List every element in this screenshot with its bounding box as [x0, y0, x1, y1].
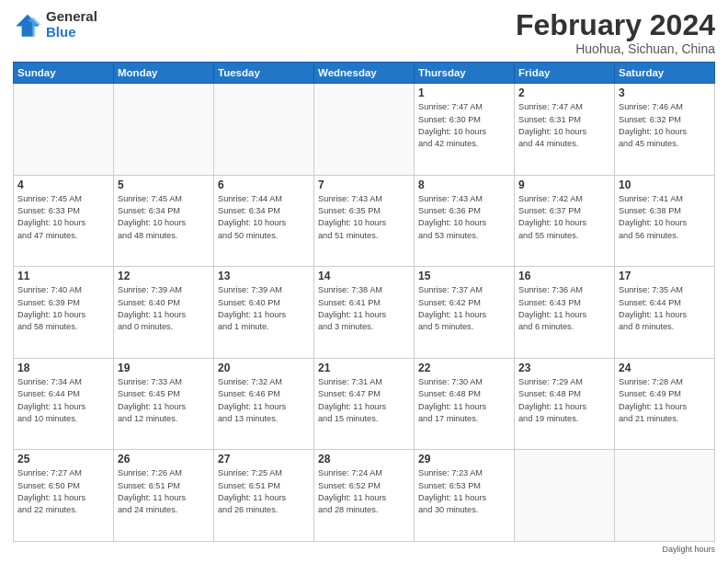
day-number: 21	[318, 362, 410, 374]
day-number: 22	[418, 362, 510, 374]
day-info: Sunrise: 7:41 AM Sunset: 6:38 PM Dayligh…	[619, 193, 711, 242]
day-number: 13	[218, 270, 310, 282]
day-number: 29	[418, 453, 510, 465]
logo-general: General	[46, 9, 97, 25]
logo-text: General Blue	[46, 9, 97, 40]
day-info: Sunrise: 7:32 AM Sunset: 6:46 PM Dayligh…	[218, 376, 310, 425]
day-number: 24	[619, 362, 711, 374]
day-info: Sunrise: 7:37 AM Sunset: 6:42 PM Dayligh…	[418, 284, 510, 333]
day-info: Sunrise: 7:33 AM Sunset: 6:45 PM Dayligh…	[118, 376, 210, 425]
col-saturday: Saturday	[615, 63, 715, 84]
week-row-4: 18Sunrise: 7:34 AM Sunset: 6:44 PM Dayli…	[14, 358, 715, 450]
day-number: 2	[518, 86, 610, 99]
day-info: Sunrise: 7:46 AM Sunset: 6:32 PM Dayligh…	[619, 101, 711, 150]
day-info: Sunrise: 7:44 AM Sunset: 6:34 PM Dayligh…	[218, 193, 310, 242]
col-thursday: Thursday	[415, 63, 515, 84]
calendar-cell: 21Sunrise: 7:31 AM Sunset: 6:47 PM Dayli…	[314, 358, 415, 450]
week-row-5: 25Sunrise: 7:27 AM Sunset: 6:50 PM Dayli…	[14, 450, 715, 542]
day-info: Sunrise: 7:35 AM Sunset: 6:44 PM Dayligh…	[619, 284, 711, 333]
day-info: Sunrise: 7:24 AM Sunset: 6:52 PM Dayligh…	[318, 467, 410, 516]
logo-blue: Blue	[46, 25, 97, 40]
day-info: Sunrise: 7:34 AM Sunset: 6:44 PM Dayligh…	[17, 376, 109, 425]
calendar-cell: 1Sunrise: 7:47 AM Sunset: 6:30 PM Daylig…	[415, 84, 515, 176]
day-number: 19	[118, 362, 210, 374]
week-row-3: 11Sunrise: 7:40 AM Sunset: 6:39 PM Dayli…	[14, 267, 715, 359]
calendar-cell: 9Sunrise: 7:42 AM Sunset: 6:37 PM Daylig…	[515, 175, 615, 267]
month-title: February 2024	[516, 9, 715, 41]
day-info: Sunrise: 7:31 AM Sunset: 6:47 PM Dayligh…	[318, 376, 410, 425]
day-number: 20	[218, 362, 310, 374]
calendar-cell	[314, 84, 415, 176]
calendar-table: Sunday Monday Tuesday Wednesday Thursday…	[13, 62, 715, 542]
calendar-header-row: Sunday Monday Tuesday Wednesday Thursday…	[14, 63, 715, 84]
calendar-cell: 29Sunrise: 7:23 AM Sunset: 6:53 PM Dayli…	[415, 450, 515, 542]
svg-marker-0	[16, 14, 40, 36]
day-number: 4	[17, 178, 109, 191]
calendar-cell: 8Sunrise: 7:43 AM Sunset: 6:36 PM Daylig…	[415, 175, 515, 267]
calendar-cell: 3Sunrise: 7:46 AM Sunset: 6:32 PM Daylig…	[615, 84, 715, 176]
page: General Blue February 2024 Huohua, Sichu…	[0, 0, 728, 563]
day-number: 23	[518, 362, 610, 374]
calendar-cell	[214, 84, 314, 176]
day-info: Sunrise: 7:45 AM Sunset: 6:34 PM Dayligh…	[118, 193, 210, 242]
calendar-cell: 23Sunrise: 7:29 AM Sunset: 6:48 PM Dayli…	[515, 358, 615, 450]
logo: General Blue	[13, 9, 97, 40]
day-info: Sunrise: 7:39 AM Sunset: 6:40 PM Dayligh…	[118, 284, 210, 333]
day-info: Sunrise: 7:26 AM Sunset: 6:51 PM Dayligh…	[118, 467, 210, 516]
day-number: 8	[418, 178, 510, 191]
day-info: Sunrise: 7:28 AM Sunset: 6:49 PM Dayligh…	[619, 376, 711, 425]
calendar-cell: 22Sunrise: 7:30 AM Sunset: 6:48 PM Dayli…	[415, 358, 515, 450]
calendar-cell	[14, 84, 114, 176]
day-number: 1	[418, 86, 510, 99]
calendar-cell: 19Sunrise: 7:33 AM Sunset: 6:45 PM Dayli…	[114, 358, 214, 450]
day-number: 25	[17, 453, 109, 465]
calendar-cell: 11Sunrise: 7:40 AM Sunset: 6:39 PM Dayli…	[14, 267, 114, 359]
title-block: February 2024 Huohua, Sichuan, China	[516, 9, 715, 56]
day-info: Sunrise: 7:43 AM Sunset: 6:35 PM Dayligh…	[318, 193, 410, 242]
logo-icon	[13, 10, 42, 40]
location: Huohua, Sichuan, China	[516, 41, 715, 56]
day-number: 3	[619, 86, 711, 99]
calendar-cell: 26Sunrise: 7:26 AM Sunset: 6:51 PM Dayli…	[114, 450, 214, 542]
header: General Blue February 2024 Huohua, Sichu…	[13, 9, 715, 56]
calendar-cell	[615, 450, 715, 542]
day-number: 16	[518, 270, 610, 282]
day-info: Sunrise: 7:38 AM Sunset: 6:41 PM Dayligh…	[318, 284, 410, 333]
calendar-cell: 5Sunrise: 7:45 AM Sunset: 6:34 PM Daylig…	[114, 175, 214, 267]
calendar-cell: 13Sunrise: 7:39 AM Sunset: 6:40 PM Dayli…	[214, 267, 314, 359]
week-row-2: 4Sunrise: 7:45 AM Sunset: 6:33 PM Daylig…	[14, 175, 715, 267]
calendar-cell: 27Sunrise: 7:25 AM Sunset: 6:51 PM Dayli…	[214, 450, 314, 542]
day-info: Sunrise: 7:23 AM Sunset: 6:53 PM Dayligh…	[418, 467, 510, 516]
calendar-cell: 14Sunrise: 7:38 AM Sunset: 6:41 PM Dayli…	[314, 267, 415, 359]
day-number: 11	[17, 270, 109, 282]
day-info: Sunrise: 7:29 AM Sunset: 6:48 PM Dayligh…	[518, 376, 610, 425]
day-number: 26	[118, 453, 210, 465]
footer-daylight-label: Daylight hours	[662, 545, 715, 554]
day-info: Sunrise: 7:47 AM Sunset: 6:31 PM Dayligh…	[518, 101, 610, 150]
day-number: 5	[118, 178, 210, 191]
day-number: 9	[518, 178, 610, 191]
day-number: 7	[318, 178, 410, 191]
day-number: 17	[619, 270, 711, 282]
day-info: Sunrise: 7:27 AM Sunset: 6:50 PM Dayligh…	[17, 467, 109, 516]
calendar-cell: 25Sunrise: 7:27 AM Sunset: 6:50 PM Dayli…	[14, 450, 114, 542]
calendar-cell	[515, 450, 615, 542]
day-number: 6	[218, 178, 310, 191]
day-number: 10	[619, 178, 711, 191]
day-info: Sunrise: 7:30 AM Sunset: 6:48 PM Dayligh…	[418, 376, 510, 425]
calendar-cell: 10Sunrise: 7:41 AM Sunset: 6:38 PM Dayli…	[615, 175, 715, 267]
calendar-cell: 20Sunrise: 7:32 AM Sunset: 6:46 PM Dayli…	[214, 358, 314, 450]
week-row-1: 1Sunrise: 7:47 AM Sunset: 6:30 PM Daylig…	[14, 84, 715, 176]
day-info: Sunrise: 7:39 AM Sunset: 6:40 PM Dayligh…	[218, 284, 310, 333]
day-info: Sunrise: 7:43 AM Sunset: 6:36 PM Dayligh…	[418, 193, 510, 242]
calendar-cell: 28Sunrise: 7:24 AM Sunset: 6:52 PM Dayli…	[314, 450, 415, 542]
day-number: 27	[218, 453, 310, 465]
calendar-cell: 15Sunrise: 7:37 AM Sunset: 6:42 PM Dayli…	[415, 267, 515, 359]
footer-bar: Daylight hours	[13, 545, 715, 554]
day-info: Sunrise: 7:25 AM Sunset: 6:51 PM Dayligh…	[218, 467, 310, 516]
calendar-cell: 24Sunrise: 7:28 AM Sunset: 6:49 PM Dayli…	[615, 358, 715, 450]
day-number: 28	[318, 453, 410, 465]
col-tuesday: Tuesday	[214, 63, 314, 84]
col-friday: Friday	[515, 63, 615, 84]
col-wednesday: Wednesday	[314, 63, 415, 84]
